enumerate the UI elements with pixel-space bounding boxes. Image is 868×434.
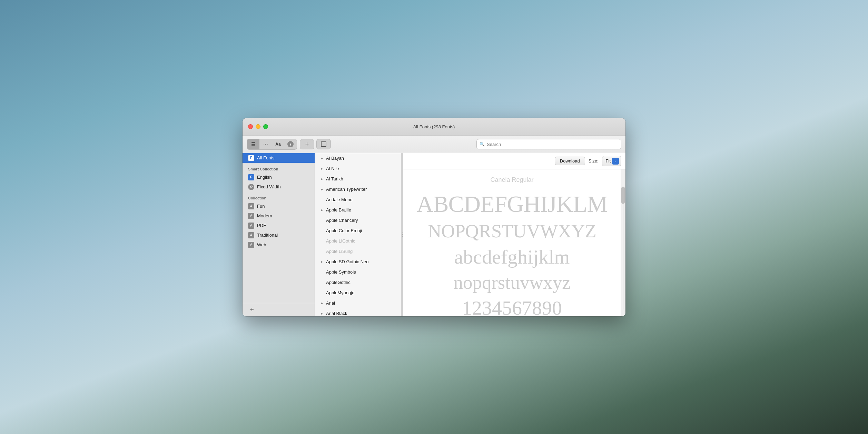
font-item-label: American Typewriter xyxy=(326,187,367,192)
minimize-button[interactable] xyxy=(256,124,260,129)
disclosure-arrow: ► xyxy=(320,208,325,212)
font-item-apple-symbols[interactable]: ► Apple Symbols xyxy=(315,267,401,277)
font-item-label: Arial Black xyxy=(326,311,347,316)
fixed-width-icon: ⚙ xyxy=(248,184,254,190)
preview-uppercase1: ABCDEFGHIJKLM xyxy=(414,191,610,217)
view-sample-button[interactable]: Aa xyxy=(272,139,284,149)
list-view-icon: ☰ xyxy=(251,141,256,147)
preview-content: Canela Regular ABCDEFGHIJKLM NOPQRSTUVWX… xyxy=(403,169,625,316)
scrollbar-thumb[interactable] xyxy=(621,187,625,204)
font-item-apple-braille[interactable]: ► Apple Braille xyxy=(315,205,401,215)
fun-label: Fun xyxy=(257,204,265,209)
sidebar: F All Fonts Smart Collection F English ⚙… xyxy=(243,153,315,316)
scrollbar-track-line xyxy=(623,204,623,309)
add-icon: + xyxy=(305,141,309,148)
font-item-al-nile[interactable]: ► Al Nile xyxy=(315,164,401,174)
toolbar-actions: + xyxy=(300,139,331,149)
collection-header: Collection xyxy=(243,192,315,201)
sidebar-item-fixed-width[interactable]: ⚙ Fixed Width xyxy=(243,182,315,192)
font-item-label: Apple SD Gothic Neo xyxy=(326,259,369,264)
preview-button[interactable] xyxy=(316,139,331,149)
add-font-button[interactable]: + xyxy=(300,139,314,149)
close-button[interactable] xyxy=(248,124,253,129)
font-item-label: Apple LiGothic xyxy=(326,238,355,244)
font-book-window: All Fonts (298 Fonts) ☰ ⋯ Aa i + xyxy=(243,118,625,316)
font-list-scroll[interactable]: ► Al Bayan ► Al Nile ► Al Tarikh ► Ameri… xyxy=(315,153,401,316)
view-grid-button[interactable]: ⋯ xyxy=(259,139,272,149)
font-item-label: Al Tarikh xyxy=(326,176,343,181)
size-label: Size: xyxy=(589,158,599,164)
font-item-apple-sd-gothic-neo[interactable]: ► Apple SD Gothic Neo xyxy=(315,257,401,267)
sidebar-footer: + xyxy=(243,303,315,316)
disclosure-arrow: ► xyxy=(320,188,325,191)
font-item-apple-lisung[interactable]: ► Apple LiSung xyxy=(315,246,401,257)
font-item-arial[interactable]: ► Arial xyxy=(315,298,401,308)
separator-dot xyxy=(402,236,403,237)
traffic-lights xyxy=(248,124,268,129)
separator-dot xyxy=(402,233,403,233)
square-icon xyxy=(321,141,326,147)
search-input[interactable] xyxy=(487,142,618,147)
traditional-icon: A xyxy=(248,232,254,238)
preview-lowercase1: abcdefghijklm xyxy=(414,246,610,268)
font-item-label: Andale Mono xyxy=(326,197,353,202)
font-list-panel: ► Al Bayan ► Al Nile ► Al Tarikh ► Ameri… xyxy=(315,153,401,316)
font-item-label: Apple LiSung xyxy=(326,249,353,254)
fixed-width-label: Fixed Width xyxy=(257,184,281,189)
sidebar-item-english[interactable]: F English xyxy=(243,172,315,182)
font-item-al-tarikh[interactable]: ► Al Tarikh xyxy=(315,174,401,184)
maximize-button[interactable] xyxy=(263,124,268,129)
size-value: Fit xyxy=(606,158,611,164)
preview-uppercase2: NOPQRSTUVWXYZ xyxy=(414,221,610,242)
font-item-apple-ligothic[interactable]: ► Apple LiGothic xyxy=(315,236,401,246)
english-icon: F xyxy=(248,174,254,180)
search-box[interactable]: 🔍 xyxy=(476,139,621,149)
disclosure-arrow: ► xyxy=(320,177,325,181)
preview-numbers: 1234567890 xyxy=(414,297,610,316)
sidebar-item-pdf[interactable]: A PDF xyxy=(243,221,315,230)
font-item-label: Apple Chancery xyxy=(326,218,358,223)
font-item-apple-chancery[interactable]: ► Apple Chancery xyxy=(315,215,401,226)
font-item-al-bayan[interactable]: ► Al Bayan xyxy=(315,153,401,164)
view-toggle-group: ☰ ⋯ Aa i xyxy=(247,139,297,150)
sidebar-item-fun[interactable]: A Fun xyxy=(243,201,315,211)
font-item-label: Al Bayan xyxy=(326,156,344,161)
grid-view-icon: ⋯ xyxy=(263,141,268,147)
size-chevron-icon: ⌄ xyxy=(612,158,619,165)
font-item-label: Al Nile xyxy=(326,166,339,171)
english-label: English xyxy=(257,175,272,180)
preview-scrollbar[interactable] xyxy=(621,169,625,316)
modern-label: Modern xyxy=(257,213,272,218)
disclosure-arrow: ► xyxy=(320,260,325,264)
traditional-label: Traditional xyxy=(257,233,278,238)
font-item-andale-mono[interactable]: ► Andale Mono xyxy=(315,195,401,205)
view-info-button[interactable]: i xyxy=(284,139,297,149)
download-button[interactable]: Download xyxy=(555,157,585,165)
separator-dot xyxy=(402,234,403,235)
sidebar-item-web[interactable]: A Web xyxy=(243,240,315,250)
sidebar-item-traditional[interactable]: A Traditional xyxy=(243,230,315,240)
font-item-applemyungjo[interactable]: ► AppleMyungjo xyxy=(315,288,401,298)
sidebar-item-modern[interactable]: A Modern xyxy=(243,211,315,221)
pdf-icon: A xyxy=(248,223,254,229)
font-item-label: Apple Braille xyxy=(326,207,351,213)
font-item-label: AppleGothic xyxy=(326,280,351,285)
size-select[interactable]: Fit ⌄ xyxy=(602,156,621,166)
font-item-applegothic[interactable]: ► AppleGothic xyxy=(315,277,401,288)
toolbar: ☰ ⋯ Aa i + 🔍 xyxy=(243,136,625,153)
modern-icon: A xyxy=(248,213,254,219)
font-item-apple-color-emoji[interactable]: ► Apple Color Emoji xyxy=(315,226,401,236)
smart-collection-header: Smart Collection xyxy=(243,163,315,172)
all-fonts-icon: F xyxy=(248,155,254,161)
sidebar-item-all-fonts[interactable]: F All Fonts xyxy=(243,153,315,163)
view-list-button[interactable]: ☰ xyxy=(247,139,259,149)
preview-panel: Download Size: Fit ⌄ Canela Regular ABCD… xyxy=(403,153,625,316)
font-item-american-typewriter[interactable]: ► American Typewriter xyxy=(315,184,401,195)
fun-icon: A xyxy=(248,203,254,209)
separator-dots xyxy=(402,233,403,237)
all-fonts-label: All Fonts xyxy=(257,155,275,160)
disclosure-arrow: ► xyxy=(320,312,325,315)
font-item-arial-black[interactable]: ► Arial Black xyxy=(315,308,401,316)
disclosure-arrow: ► xyxy=(320,167,325,170)
add-collection-button[interactable]: + xyxy=(248,306,256,314)
